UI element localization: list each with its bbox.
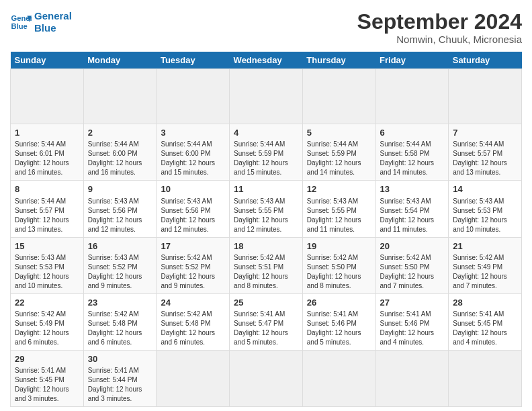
daylight: Daylight: 12 hours and 13 minutes. bbox=[453, 159, 507, 176]
sunset: Sunset: 5:48 PM bbox=[161, 320, 210, 327]
calendar-cell bbox=[449, 350, 522, 406]
calendar-cell: 14Sunrise: 5:43 AMSunset: 5:53 PMDayligh… bbox=[449, 181, 522, 237]
sunset: Sunset: 5:56 PM bbox=[161, 207, 210, 214]
sunrise: Sunrise: 5:41 AM bbox=[234, 310, 285, 318]
sunset: Sunset: 5:50 PM bbox=[307, 263, 357, 271]
daylight: Daylight: 12 hours and 5 minutes. bbox=[307, 329, 361, 346]
col-sunday: Sunday bbox=[11, 52, 84, 69]
day-number: 26 bbox=[307, 297, 371, 309]
day-number: 25 bbox=[234, 297, 298, 309]
sunset: Sunset: 5:59 PM bbox=[234, 150, 283, 157]
daylight: Daylight: 12 hours and 15 minutes. bbox=[161, 159, 215, 176]
daylight: Daylight: 12 hours and 12 minutes. bbox=[161, 216, 215, 233]
sunrise: Sunrise: 5:44 AM bbox=[15, 197, 66, 205]
day-number: 5 bbox=[307, 127, 371, 139]
calendar-cell: 25Sunrise: 5:41 AMSunset: 5:47 PMDayligh… bbox=[230, 293, 303, 350]
sunrise: Sunrise: 5:42 AM bbox=[380, 254, 431, 261]
col-thursday: Thursday bbox=[302, 52, 375, 69]
sunrise: Sunrise: 5:43 AM bbox=[234, 197, 285, 205]
day-number: 1 bbox=[15, 127, 79, 139]
daylight: Daylight: 12 hours and 4 minutes. bbox=[453, 329, 507, 346]
day-number: 24 bbox=[161, 297, 225, 309]
calendar-cell: 24Sunrise: 5:42 AMSunset: 5:48 PMDayligh… bbox=[157, 293, 230, 350]
day-number: 11 bbox=[234, 183, 298, 195]
calendar-week-3: 15Sunrise: 5:43 AMSunset: 5:53 PMDayligh… bbox=[11, 237, 522, 293]
calendar-cell: 13Sunrise: 5:43 AMSunset: 5:54 PMDayligh… bbox=[375, 181, 449, 237]
daylight: Daylight: 12 hours and 6 minutes. bbox=[15, 329, 69, 346]
col-friday: Friday bbox=[375, 52, 449, 69]
daylight: Daylight: 12 hours and 11 minutes. bbox=[380, 216, 435, 233]
sunrise: Sunrise: 5:41 AM bbox=[307, 310, 358, 318]
calendar-cell: 20Sunrise: 5:42 AMSunset: 5:50 PMDayligh… bbox=[375, 237, 449, 293]
calendar-cell: 19Sunrise: 5:42 AMSunset: 5:50 PMDayligh… bbox=[302, 237, 375, 293]
calendar-cell: 12Sunrise: 5:43 AMSunset: 5:55 PMDayligh… bbox=[302, 181, 375, 237]
day-number: 16 bbox=[88, 240, 152, 253]
sunset: Sunset: 5:57 PM bbox=[15, 207, 64, 214]
sunrise: Sunrise: 5:43 AM bbox=[15, 254, 66, 261]
logo-blue: Blue bbox=[34, 22, 72, 34]
daylight: Daylight: 12 hours and 10 minutes. bbox=[15, 273, 69, 289]
col-saturday: Saturday bbox=[449, 52, 522, 69]
calendar-cell: 26Sunrise: 5:41 AMSunset: 5:46 PMDayligh… bbox=[302, 293, 375, 350]
sunset: Sunset: 5:55 PM bbox=[307, 207, 357, 214]
daylight: Daylight: 12 hours and 4 minutes. bbox=[380, 329, 435, 346]
calendar-cell: 16Sunrise: 5:43 AMSunset: 5:52 PMDayligh… bbox=[83, 237, 157, 293]
calendar-cell bbox=[375, 69, 449, 124]
sunset: Sunset: 5:44 PM bbox=[88, 376, 138, 383]
day-number: 13 bbox=[380, 183, 445, 195]
calendar-cell bbox=[83, 69, 157, 124]
daylight: Daylight: 12 hours and 7 minutes. bbox=[380, 273, 435, 289]
day-number: 15 bbox=[15, 240, 79, 253]
sunrise: Sunrise: 5:41 AM bbox=[453, 310, 504, 318]
calendar-cell: 7Sunrise: 5:44 AMSunset: 5:57 PMDaylight… bbox=[449, 124, 522, 181]
calendar-cell: 18Sunrise: 5:42 AMSunset: 5:51 PMDayligh… bbox=[230, 237, 303, 293]
sunrise: Sunrise: 5:43 AM bbox=[88, 197, 139, 205]
daylight: Daylight: 12 hours and 8 minutes. bbox=[234, 273, 288, 289]
sunset: Sunset: 5:45 PM bbox=[453, 320, 502, 327]
calendar-cell bbox=[11, 69, 84, 124]
day-number: 7 bbox=[453, 127, 517, 139]
sunset: Sunset: 5:53 PM bbox=[15, 263, 64, 271]
sunrise: Sunrise: 5:42 AM bbox=[161, 254, 212, 261]
calendar-cell: 3Sunrise: 5:44 AMSunset: 6:00 PMDaylight… bbox=[157, 124, 230, 181]
calendar-week-2: 8Sunrise: 5:44 AMSunset: 5:57 PMDaylight… bbox=[11, 181, 522, 237]
calendar-cell bbox=[449, 69, 522, 124]
sunset: Sunset: 5:46 PM bbox=[380, 320, 430, 327]
sunrise: Sunrise: 5:44 AM bbox=[161, 140, 212, 148]
sunset: Sunset: 6:00 PM bbox=[161, 150, 210, 157]
day-number: 21 bbox=[453, 240, 517, 253]
sunset: Sunset: 5:52 PM bbox=[88, 263, 138, 271]
day-number: 9 bbox=[88, 183, 152, 195]
daylight: Daylight: 12 hours and 7 minutes. bbox=[453, 273, 507, 289]
calendar-cell: 29Sunrise: 5:41 AMSunset: 5:45 PMDayligh… bbox=[11, 350, 84, 406]
sunrise: Sunrise: 5:42 AM bbox=[15, 310, 66, 318]
col-wednesday: Wednesday bbox=[230, 52, 303, 69]
calendar-cell: 5Sunrise: 5:44 AMSunset: 5:59 PMDaylight… bbox=[302, 124, 375, 181]
calendar-cell: 27Sunrise: 5:41 AMSunset: 5:46 PMDayligh… bbox=[375, 293, 449, 350]
calendar-container: General Blue General Blue September 2024… bbox=[0, 0, 532, 411]
sunrise: Sunrise: 5:42 AM bbox=[307, 254, 358, 261]
day-number: 28 bbox=[453, 297, 517, 309]
sunrise: Sunrise: 5:41 AM bbox=[88, 367, 139, 374]
sunset: Sunset: 5:58 PM bbox=[380, 150, 430, 157]
sunrise: Sunrise: 5:41 AM bbox=[380, 310, 431, 318]
sunrise: Sunrise: 5:42 AM bbox=[88, 310, 139, 318]
daylight: Daylight: 12 hours and 12 minutes. bbox=[234, 216, 288, 233]
sunrise: Sunrise: 5:43 AM bbox=[161, 197, 212, 205]
day-number: 27 bbox=[380, 297, 445, 309]
calendar-week-1: 1Sunrise: 5:44 AMSunset: 6:01 PMDaylight… bbox=[11, 124, 522, 181]
calendar-cell bbox=[157, 69, 230, 124]
day-number: 22 bbox=[15, 297, 79, 309]
calendar-cell: 23Sunrise: 5:42 AMSunset: 5:48 PMDayligh… bbox=[83, 293, 157, 350]
calendar-cell bbox=[302, 350, 375, 406]
calendar-cell: 28Sunrise: 5:41 AMSunset: 5:45 PMDayligh… bbox=[449, 293, 522, 350]
header-row: Sunday Monday Tuesday Wednesday Thursday… bbox=[11, 52, 522, 69]
calendar-cell: 9Sunrise: 5:43 AMSunset: 5:56 PMDaylight… bbox=[83, 181, 157, 237]
day-number: 30 bbox=[88, 353, 152, 365]
sunset: Sunset: 5:48 PM bbox=[88, 320, 138, 327]
day-number: 29 bbox=[15, 353, 79, 365]
day-number: 17 bbox=[161, 240, 225, 253]
sunrise: Sunrise: 5:43 AM bbox=[453, 197, 504, 205]
daylight: Daylight: 12 hours and 3 minutes. bbox=[88, 385, 142, 402]
calendar-cell: 8Sunrise: 5:44 AMSunset: 5:57 PMDaylight… bbox=[11, 181, 84, 237]
